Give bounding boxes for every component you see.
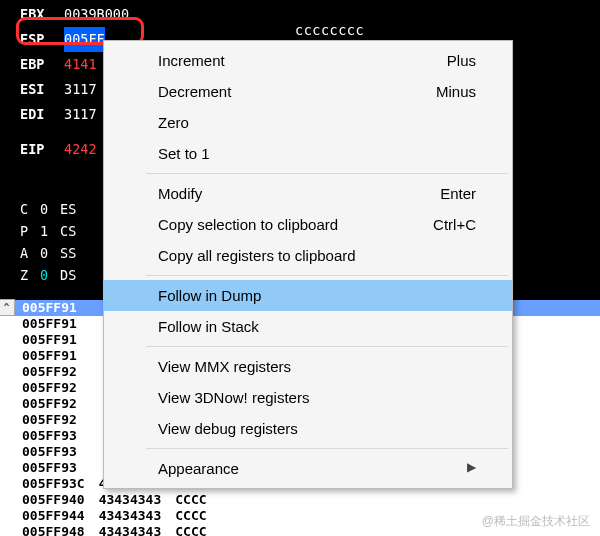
dump-addr: 005FF93 <box>22 460 77 476</box>
reg-value-esi: 3117 <box>64 77 97 102</box>
menu-separator <box>146 173 508 174</box>
dump-hex: 43434343 <box>99 524 162 536</box>
watermark-text: @稀土掘金技术社区 <box>482 513 590 530</box>
dump-addr: 005FF944 <box>22 508 85 524</box>
dump-addr: 005FF91 <box>22 300 77 316</box>
dump-ascii: CCCC <box>175 524 206 536</box>
menu-label: Decrement <box>158 83 231 100</box>
menu-follow-in-stack[interactable]: Follow in Stack <box>104 311 512 342</box>
menu-shortcut: Ctrl+C <box>433 216 476 233</box>
menu-decrement[interactable]: Decrement Minus <box>104 76 512 107</box>
flag-p-val: 1 <box>40 220 54 242</box>
dump-addr: 005FF93 <box>22 444 77 460</box>
menu-increment[interactable]: Increment Plus <box>104 45 512 76</box>
flag-row[interactable]: P 1 CS <box>20 220 82 242</box>
flag-z-val: 0 <box>40 264 54 286</box>
seg-cs: CS <box>60 220 82 242</box>
menu-modify[interactable]: Modify Enter <box>104 178 512 209</box>
menu-set-to-1[interactable]: Set to 1 <box>104 138 512 169</box>
menu-shortcut: Plus <box>447 52 476 69</box>
reg-name-esi: ESI <box>20 77 54 102</box>
flags-panel: C 0 ES P 1 CS A 0 SS Z 0 DS <box>20 198 82 286</box>
dump-addr: 005FF92 <box>22 364 77 380</box>
flag-a: A <box>20 242 34 264</box>
menu-label: Appearance <box>158 460 239 477</box>
menu-label: Copy selection to clipboard <box>158 216 338 233</box>
menu-copy-selection[interactable]: Copy selection to clipboard Ctrl+C <box>104 209 512 240</box>
menu-label: View 3DNow! registers <box>158 389 309 406</box>
chevron-right-icon: ▶ <box>467 460 476 477</box>
menu-view-mmx[interactable]: View MMX registers <box>104 351 512 382</box>
dump-row[interactable]: 005FF94043434343CCCC <box>4 492 600 508</box>
menu-view-debug[interactable]: View debug registers <box>104 413 512 444</box>
overflow-text: cccccccc <box>295 22 364 38</box>
dump-ascii: CCCC <box>175 508 206 524</box>
menu-copy-all[interactable]: Copy all registers to clipboard <box>104 240 512 271</box>
menu-label: Copy all registers to clipboard <box>158 247 356 264</box>
scroll-up-button[interactable]: ^ <box>0 299 15 316</box>
dump-addr: 005FF91 <box>22 348 77 364</box>
reg-name-ebp: EBP <box>20 52 54 77</box>
flag-a-val: 0 <box>40 242 54 264</box>
menu-appearance[interactable]: Appearance ▶ <box>104 453 512 484</box>
reg-value-esp: 005FF <box>64 27 105 52</box>
dump-addr: 005FF92 <box>22 380 77 396</box>
menu-separator <box>146 448 508 449</box>
reg-value-edi: 3117 <box>64 102 97 127</box>
register-row[interactable]: EBX 0039B000 <box>20 2 129 27</box>
menu-label: View debug registers <box>158 420 298 437</box>
reg-value-ebp: 4141 <box>64 52 97 77</box>
menu-shortcut: Enter <box>440 185 476 202</box>
reg-value-eip: 4242 <box>64 137 97 162</box>
dump-addr: 005FF92 <box>22 412 77 428</box>
dump-addr: 005FF91 <box>22 316 77 332</box>
menu-label: Zero <box>158 114 189 131</box>
menu-label: Follow in Stack <box>158 318 259 335</box>
flag-row[interactable]: C 0 ES <box>20 198 82 220</box>
flag-row[interactable]: Z 0 DS <box>20 264 82 286</box>
seg-es: ES <box>60 198 82 220</box>
menu-label: View MMX registers <box>158 358 291 375</box>
dump-hex: 43434343 <box>99 508 162 524</box>
reg-name-eip: EIP <box>20 137 54 162</box>
reg-value-ebx: 0039B000 <box>64 2 129 27</box>
menu-view-3dnow[interactable]: View 3DNow! registers <box>104 382 512 413</box>
reg-name-edi: EDI <box>20 102 54 127</box>
flag-c: C <box>20 198 34 220</box>
reg-name-ebx: EBX <box>20 2 54 27</box>
flag-c-val: 0 <box>40 198 54 220</box>
flag-z: Z <box>20 264 34 286</box>
dump-addr: 005FF93C <box>22 476 85 492</box>
reg-name-esp: ESP <box>20 27 54 52</box>
menu-label: Modify <box>158 185 202 202</box>
dump-addr: 005FF91 <box>22 332 77 348</box>
flag-p: P <box>20 220 34 242</box>
dump-addr: 005FF948 <box>22 524 85 536</box>
context-menu: Increment Plus Decrement Minus Zero Set … <box>103 40 513 489</box>
menu-separator <box>146 275 508 276</box>
seg-ss: SS <box>60 242 82 264</box>
dump-addr: 005FF940 <box>22 492 85 508</box>
menu-follow-in-dump[interactable]: Follow in Dump <box>104 280 512 311</box>
menu-label: Set to 1 <box>158 145 210 162</box>
dump-addr: 005FF92 <box>22 396 77 412</box>
dump-addr: 005FF93 <box>22 428 77 444</box>
menu-shortcut: Minus <box>436 83 476 100</box>
dump-hex: 43434343 <box>99 492 162 508</box>
menu-separator <box>146 346 508 347</box>
dump-ascii: CCCC <box>175 492 206 508</box>
menu-label: Increment <box>158 52 225 69</box>
flag-row[interactable]: A 0 SS <box>20 242 82 264</box>
menu-label: Follow in Dump <box>158 287 261 304</box>
menu-zero[interactable]: Zero <box>104 107 512 138</box>
seg-ds: DS <box>60 264 82 286</box>
